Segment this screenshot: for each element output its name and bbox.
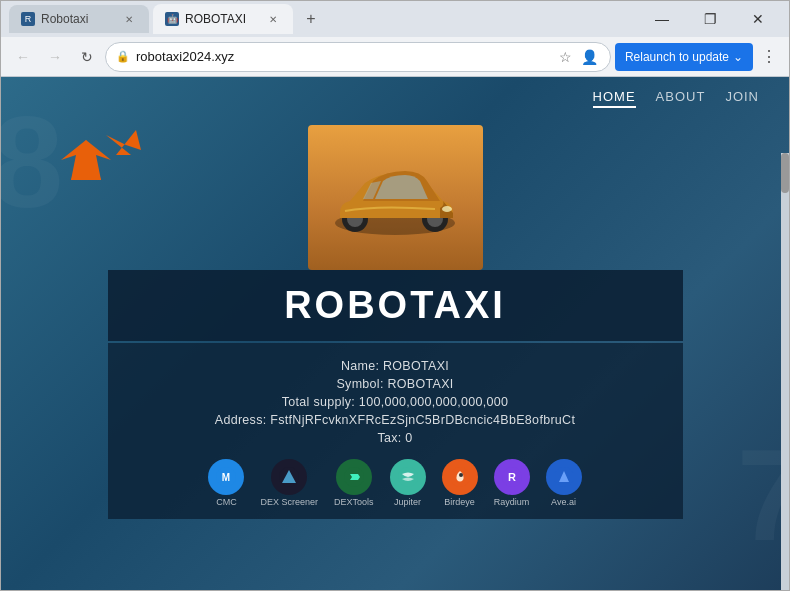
svg-text:M: M <box>222 472 230 483</box>
scrollbar-thumb[interactable] <box>781 153 789 193</box>
svg-text:R: R <box>508 471 516 483</box>
address-bar[interactable]: 🔒 robotaxi2024.xyz ☆ 👤 <box>105 42 611 72</box>
address-bar-row: ← → ↻ 🔒 robotaxi2024.xyz ☆ 👤 Relaunch to… <box>1 37 789 77</box>
site-nav: HOME ABOUT JOIN <box>1 77 789 120</box>
dextools-icon <box>336 459 372 495</box>
nav-join[interactable]: JOIN <box>725 89 759 108</box>
back-button[interactable]: ← <box>9 43 37 71</box>
tab1-label: Robotaxi <box>41 12 88 26</box>
tab2-favicon: 🤖 <box>165 12 179 26</box>
close-button[interactable]: ✕ <box>735 1 781 37</box>
nav-about[interactable]: ABOUT <box>656 89 706 108</box>
jupiter-icon <box>390 459 426 495</box>
tab1-close[interactable]: ✕ <box>121 11 137 27</box>
bookmark-icon[interactable]: ☆ <box>556 47 576 67</box>
address-text: robotaxi2024.xyz <box>136 49 550 64</box>
dex-screener-label: DEX Screener <box>260 497 318 507</box>
webpage-content: 8 7 HOME ABOUT JOIN <box>1 77 789 590</box>
reload-button[interactable]: ↻ <box>73 43 101 71</box>
info-name: Name: ROBOTAXI <box>128 359 663 373</box>
ave-ai-label: Ave.ai <box>551 497 576 507</box>
title-banner: ROBOTAXI <box>108 270 683 341</box>
raydium-logo[interactable]: R Raydium <box>494 459 530 507</box>
cmc-logo[interactable]: M CMC <box>208 459 244 507</box>
relaunch-button[interactable]: Relaunch to update ⌄ <box>615 43 753 71</box>
nav-home[interactable]: HOME <box>593 89 636 108</box>
tab2-close[interactable]: ✕ <box>265 11 281 27</box>
tab-robotaxi2[interactable]: 🤖 ROBOTAXI ✕ <box>153 4 293 34</box>
title-bar: R Robotaxi ✕ 🤖 ROBOTAXI ✕ + — ❐ ✕ <box>1 1 789 37</box>
cmc-label: CMC <box>216 497 237 507</box>
browser-window: R Robotaxi ✕ 🤖 ROBOTAXI ✕ + — ❐ ✕ ← → ↻ … <box>0 0 790 591</box>
info-address: Address: FstfNjRFcvknXFRcEzSjnC5BrDBcnci… <box>128 413 663 427</box>
scrollbar[interactable] <box>781 153 789 590</box>
svg-marker-2 <box>71 140 101 180</box>
relaunch-chevron: ⌄ <box>733 50 743 64</box>
jupiter-logo[interactable]: Jupiter <box>390 459 426 507</box>
tab1-favicon: R <box>21 12 35 26</box>
car-image <box>308 125 483 270</box>
dex-screener-icon <box>271 459 307 495</box>
tab-robotaxi[interactable]: R Robotaxi ✕ <box>9 5 149 33</box>
new-tab-button[interactable]: + <box>297 5 325 33</box>
relaunch-label: Relaunch to update <box>625 50 729 64</box>
dextools-logo[interactable]: DEXTools <box>334 459 374 507</box>
svg-point-9 <box>442 206 452 212</box>
cmc-icon: M <box>208 459 244 495</box>
svg-point-17 <box>459 473 463 477</box>
maximize-button[interactable]: ❐ <box>687 1 733 37</box>
window-controls: — ❐ ✕ <box>639 1 781 37</box>
info-tax: Tax: 0 <box>128 431 663 445</box>
svg-marker-3 <box>61 140 111 180</box>
raydium-icon: R <box>494 459 530 495</box>
info-box: Name: ROBOTAXI Symbol: ROBOTAXI Total su… <box>108 343 683 519</box>
dex-screener-logo[interactable]: DEX Screener <box>260 459 318 507</box>
profile-icon[interactable]: 👤 <box>580 47 600 67</box>
info-supply: Total supply: 100,000,000,000,000,000 <box>128 395 663 409</box>
tab2-label: ROBOTAXI <box>185 12 246 26</box>
site-title: ROBOTAXI <box>284 284 506 326</box>
address-icons: ☆ 👤 <box>556 47 600 67</box>
svg-marker-1 <box>81 130 141 180</box>
token-logos-row: M CMC DEX Screener DEXTools <box>128 459 663 507</box>
ave-ai-logo[interactable]: Ave.ai <box>546 459 582 507</box>
minimize-button[interactable]: — <box>639 1 685 37</box>
info-symbol: Symbol: ROBOTAXI <box>128 377 663 391</box>
birdeye-logo[interactable]: Birdeye <box>442 459 478 507</box>
forward-button[interactable]: → <box>41 43 69 71</box>
raydium-label: Raydium <box>494 497 530 507</box>
birdeye-label: Birdeye <box>444 497 475 507</box>
birdeye-icon <box>442 459 478 495</box>
dextools-label: DEXTools <box>334 497 374 507</box>
ave-ai-icon <box>546 459 582 495</box>
arrow-annotation <box>61 125 161 189</box>
lock-icon: 🔒 <box>116 50 130 63</box>
jupiter-label: Jupiter <box>394 497 421 507</box>
browser-menu-button[interactable]: ⋮ <box>757 47 781 66</box>
